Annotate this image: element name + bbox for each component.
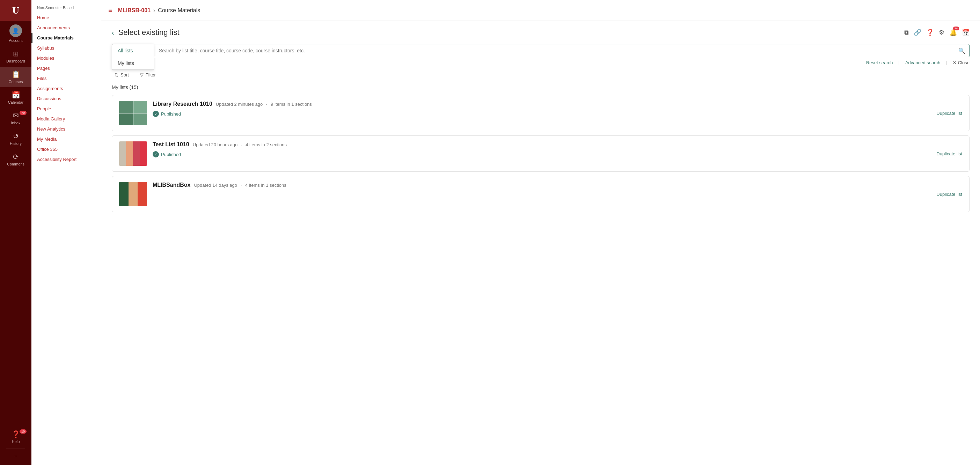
- help-icon: ❓: [11, 430, 20, 438]
- notifications-badge: 9+: [953, 27, 959, 30]
- link-icon[interactable]: 🔗: [914, 29, 921, 36]
- sidebar-link-assignments[interactable]: Assignments: [32, 83, 101, 94]
- app-logo[interactable]: U: [0, 0, 32, 21]
- list-thumbnail: [119, 182, 147, 206]
- list-card-title: Test List 1010: [153, 141, 189, 148]
- reset-search-button[interactable]: Reset search: [866, 60, 893, 65]
- sidebar-link-office365[interactable]: Office 365: [32, 144, 101, 154]
- content-area: ‹ Select existing list ⧉ 🔗 ❓ ⚙ 🔔 9+ 📅: [101, 21, 980, 465]
- search-input[interactable]: [154, 44, 969, 57]
- list-card-title-row: Test List 1010 Updated 20 hours ago · 4 …: [153, 141, 962, 148]
- duplicate-list-button[interactable]: Duplicate list: [936, 151, 962, 156]
- list-card-title-row: Library Research 1010 Updated 2 minutes …: [153, 101, 962, 107]
- notifications-icon[interactable]: 🔔 9+: [949, 29, 957, 36]
- lists-count: My lists (15): [112, 84, 969, 90]
- settings-icon[interactable]: ⚙: [939, 29, 944, 36]
- list-card-meta: Updated 14 days ago · 4 items in 1 secti…: [194, 183, 286, 188]
- close-x-icon: ✕: [953, 60, 956, 65]
- duplicate-list-button[interactable]: Duplicate list: [936, 111, 962, 116]
- list-card-body: MLIBSandBox Updated 14 days ago · 4 item…: [153, 182, 962, 190]
- filter-icon: ▽: [140, 72, 143, 78]
- external-link-icon[interactable]: ⧉: [904, 29, 909, 36]
- nav-rail: U 👤 Account ⊞ Dashboard 📋 Courses 📅 Cale…: [0, 0, 32, 465]
- list-card: Test List 1010 Updated 20 hours ago · 4 …: [112, 135, 969, 172]
- commons-icon: ⟳: [13, 152, 19, 161]
- sidebar-link-my-media[interactable]: My Media: [32, 134, 101, 144]
- list-card-title-row: MLIBSandBox Updated 14 days ago · 4 item…: [153, 182, 962, 188]
- history-icon: ↺: [13, 132, 19, 140]
- nav-divider: [6, 449, 25, 449]
- sidebar-link-syllabus[interactable]: Syllabus: [32, 43, 101, 53]
- sidebar-link-announcements[interactable]: Announcements: [32, 23, 101, 33]
- sidebar-item-help[interactable]: ❓ 10 Help: [0, 427, 32, 447]
- calendar-widget-icon[interactable]: 📅: [962, 29, 969, 36]
- sidebar-item-courses[interactable]: 📋 Courses: [0, 67, 32, 87]
- my-lists-option[interactable]: My lists: [112, 57, 154, 70]
- sidebar-item-dashboard[interactable]: ⊞ Dashboard: [0, 46, 32, 67]
- select-list-panel: ‹ Select existing list ⧉ 🔗 ❓ ⚙ 🔔 9+ 📅: [101, 21, 980, 224]
- sidebar-link-accessibility[interactable]: Accessibility Report: [32, 154, 101, 164]
- sidebar-item-history[interactable]: ↺ History: [0, 129, 32, 149]
- sidebar-item-commons[interactable]: ⟳ Commons: [0, 149, 32, 170]
- hamburger-menu-button[interactable]: ≡: [108, 6, 113, 14]
- sidebar-link-new-analytics[interactable]: New Analytics: [32, 124, 101, 134]
- courses-icon: 📋: [11, 70, 20, 79]
- top-bar: ≡ MLIBSB-001 › Course Materials: [101, 0, 980, 21]
- list-card-meta: Updated 20 hours ago · 4 items in 2 sect…: [193, 142, 287, 147]
- search-area: All lists My lists 🔍 Reset search | Adva…: [112, 44, 969, 65]
- sort-filter-bar: ⇅ Sort ▽ Filter: [112, 71, 969, 79]
- sidebar-link-modules[interactable]: Modules: [32, 53, 101, 63]
- sort-icon: ⇅: [115, 72, 118, 78]
- help-badge: 10: [19, 429, 27, 433]
- collapse-nav-button[interactable]: ←: [0, 450, 32, 462]
- published-icon: ✓: [153, 111, 159, 117]
- semester-label: Non-Semester Based: [32, 4, 101, 13]
- sidebar-link-course-materials[interactable]: Course Materials: [32, 33, 101, 43]
- inbox-icon: ✉: [13, 111, 19, 120]
- list-card-title: MLIBSandBox: [153, 182, 190, 188]
- published-icon: ✓: [153, 151, 159, 157]
- sidebar-link-home[interactable]: Home: [32, 13, 101, 23]
- avatar-icon: 👤: [10, 24, 22, 37]
- list-card-status: ✓ Published: [153, 151, 962, 157]
- calendar-icon: 📅: [11, 91, 20, 99]
- sidebar-item-account[interactable]: 👤 Account: [0, 21, 32, 46]
- back-button[interactable]: ‹: [112, 29, 114, 37]
- page-name: Course Materials: [158, 7, 200, 14]
- sidebar-item-inbox[interactable]: ✉ 70 Inbox: [0, 108, 32, 129]
- breadcrumb: MLIBSB-001 › Course Materials: [118, 7, 200, 14]
- sort-button[interactable]: ⇅ Sort: [112, 71, 132, 79]
- search-input-wrapper: 🔍: [154, 44, 969, 57]
- list-card-title: Library Research 1010: [153, 101, 212, 107]
- list-card-body: Library Research 1010 Updated 2 minutes …: [153, 101, 962, 117]
- list-card: Library Research 1010 Updated 2 minutes …: [112, 95, 969, 131]
- sidebar-link-files[interactable]: Files: [32, 73, 101, 83]
- panel-header: ‹ Select existing list ⧉ 🔗 ❓ ⚙ 🔔 9+ 📅: [112, 28, 969, 37]
- sidebar-link-pages[interactable]: Pages: [32, 63, 101, 73]
- help-circle-icon[interactable]: ❓: [926, 29, 934, 36]
- list-card-body: Test List 1010 Updated 20 hours ago · 4 …: [153, 141, 962, 157]
- nav-bottom: ❓ 10 Help ←: [0, 427, 32, 465]
- list-type-dropdown: All lists My lists: [112, 44, 154, 70]
- search-submit-icon[interactable]: 🔍: [958, 48, 965, 54]
- list-card-status: ✓ Published: [153, 111, 962, 117]
- list-card-meta: Updated 2 minutes ago · 9 items in 1 sec…: [216, 102, 312, 107]
- duplicate-list-button[interactable]: Duplicate list: [936, 192, 962, 197]
- all-lists-option[interactable]: All lists: [112, 44, 154, 57]
- filter-button[interactable]: ▽ Filter: [137, 71, 159, 79]
- list-thumbnail: [119, 141, 147, 166]
- sidebar-link-media-gallery[interactable]: Media Gallery: [32, 114, 101, 124]
- course-code: MLIBSB-001: [118, 7, 151, 14]
- main-content: ≡ MLIBSB-001 › Course Materials ‹ Select…: [101, 0, 980, 465]
- advanced-search-button[interactable]: Advanced search: [905, 60, 940, 65]
- list-card: MLIBSandBox Updated 14 days ago · 4 item…: [112, 176, 969, 212]
- sidebar-link-people[interactable]: People: [32, 104, 101, 114]
- panel-header-icons: ⧉ 🔗 ❓ ⚙ 🔔 9+ 📅: [904, 29, 969, 36]
- sidebar-item-calendar[interactable]: 📅 Calendar: [0, 87, 32, 108]
- list-thumbnail: [119, 101, 147, 125]
- close-search-button[interactable]: ✕ Close: [953, 60, 969, 65]
- inbox-badge: 70: [19, 111, 27, 115]
- panel-title: Select existing list: [118, 28, 904, 37]
- search-actions: Reset search | Advanced search | ✕ Close: [112, 60, 969, 65]
- sidebar-link-discussions[interactable]: Discussions: [32, 94, 101, 104]
